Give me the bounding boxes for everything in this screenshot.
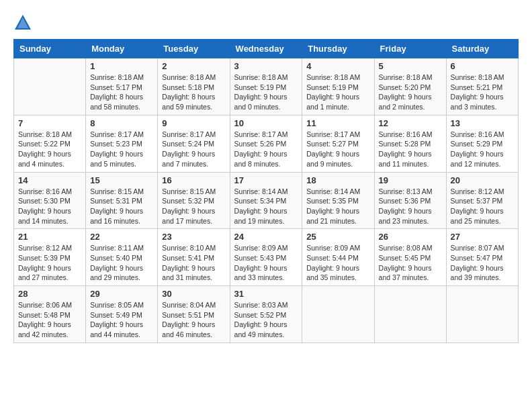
- weekday-header-friday: Friday: [374, 40, 446, 58]
- calendar-cell: 8Sunrise: 8:17 AM Sunset: 5:23 PM Daylig…: [86, 115, 158, 172]
- day-number: 26: [379, 232, 442, 242]
- day-number: 20: [451, 175, 514, 185]
- calendar-cell: 7Sunrise: 8:18 AM Sunset: 5:22 PM Daylig…: [14, 115, 86, 172]
- cell-content: Sunrise: 8:08 AM Sunset: 5:45 PM Dayligh…: [379, 243, 442, 283]
- day-number: 6: [451, 61, 514, 71]
- cell-content: Sunrise: 8:13 AM Sunset: 5:36 PM Dayligh…: [379, 187, 442, 226]
- cell-content: Sunrise: 8:17 AM Sunset: 5:27 PM Dayligh…: [306, 130, 369, 169]
- calendar-cell: 1Sunrise: 8:18 AM Sunset: 5:17 PM Daylig…: [86, 58, 158, 116]
- calendar-cell: 9Sunrise: 8:17 AM Sunset: 5:24 PM Daylig…: [158, 115, 230, 172]
- day-number: 14: [18, 175, 81, 185]
- calendar-cell: 22Sunrise: 8:11 AM Sunset: 5:40 PM Dayli…: [86, 229, 158, 286]
- calendar-cell: 13Sunrise: 8:16 AM Sunset: 5:29 PM Dayli…: [446, 115, 518, 172]
- calendar-cell: 10Sunrise: 8:17 AM Sunset: 5:26 PM Dayli…: [230, 115, 302, 172]
- logo-icon: [13, 13, 32, 32]
- cell-content: Sunrise: 8:03 AM Sunset: 5:52 PM Dayligh…: [234, 300, 298, 340]
- calendar-cell: 23Sunrise: 8:10 AM Sunset: 5:41 PM Dayli…: [158, 229, 230, 286]
- day-number: 11: [306, 118, 369, 128]
- weekday-header-monday: Monday: [86, 40, 158, 58]
- calendar-cell: 20Sunrise: 8:12 AM Sunset: 5:37 PM Dayli…: [446, 172, 518, 229]
- cell-content: Sunrise: 8:18 AM Sunset: 5:22 PM Dayligh…: [18, 130, 81, 169]
- cell-content: Sunrise: 8:16 AM Sunset: 5:29 PM Dayligh…: [451, 130, 514, 169]
- day-number: 4: [306, 61, 369, 71]
- day-number: 2: [162, 61, 225, 71]
- weekday-header-wednesday: Wednesday: [230, 40, 302, 58]
- day-number: 21: [18, 232, 81, 242]
- cell-content: Sunrise: 8:18 AM Sunset: 5:19 PM Dayligh…: [306, 73, 369, 112]
- calendar-cell: 21Sunrise: 8:12 AM Sunset: 5:39 PM Dayli…: [14, 229, 86, 286]
- cell-content: Sunrise: 8:06 AM Sunset: 5:48 PM Dayligh…: [18, 300, 81, 340]
- cell-content: Sunrise: 8:07 AM Sunset: 5:47 PM Dayligh…: [451, 243, 514, 283]
- day-number: 23: [162, 232, 225, 242]
- calendar-cell: 2Sunrise: 8:18 AM Sunset: 5:18 PM Daylig…: [158, 58, 230, 116]
- cell-content: Sunrise: 8:17 AM Sunset: 5:23 PM Dayligh…: [90, 130, 153, 169]
- calendar-cell: 29Sunrise: 8:05 AM Sunset: 5:49 PM Dayli…: [86, 286, 158, 343]
- cell-content: Sunrise: 8:16 AM Sunset: 5:28 PM Dayligh…: [379, 130, 442, 169]
- calendar-cell: [374, 286, 446, 343]
- cell-content: Sunrise: 8:09 AM Sunset: 5:43 PM Dayligh…: [234, 243, 298, 283]
- cell-content: Sunrise: 8:04 AM Sunset: 5:51 PM Dayligh…: [162, 300, 225, 340]
- calendar-cell: [302, 286, 374, 343]
- calendar-cell: 24Sunrise: 8:09 AM Sunset: 5:43 PM Dayli…: [230, 229, 302, 286]
- day-number: 28: [18, 289, 81, 299]
- calendar-cell: 11Sunrise: 8:17 AM Sunset: 5:27 PM Dayli…: [302, 115, 374, 172]
- cell-content: Sunrise: 8:18 AM Sunset: 5:20 PM Dayligh…: [379, 73, 442, 112]
- day-number: 12: [379, 118, 442, 128]
- weekday-header-thursday: Thursday: [302, 40, 374, 58]
- weekday-header-tuesday: Tuesday: [158, 40, 230, 58]
- cell-content: Sunrise: 8:15 AM Sunset: 5:31 PM Dayligh…: [90, 187, 153, 226]
- cell-content: Sunrise: 8:16 AM Sunset: 5:30 PM Dayligh…: [18, 187, 81, 226]
- calendar-cell: 3Sunrise: 8:18 AM Sunset: 5:19 PM Daylig…: [230, 58, 302, 116]
- calendar-cell: 19Sunrise: 8:13 AM Sunset: 5:36 PM Dayli…: [374, 172, 446, 229]
- day-number: 22: [90, 232, 153, 242]
- calendar-cell: [14, 58, 86, 116]
- cell-content: Sunrise: 8:10 AM Sunset: 5:41 PM Dayligh…: [162, 243, 225, 283]
- cell-content: Sunrise: 8:14 AM Sunset: 5:35 PM Dayligh…: [306, 187, 369, 226]
- day-number: 31: [234, 289, 298, 299]
- cell-content: Sunrise: 8:17 AM Sunset: 5:24 PM Dayligh…: [162, 130, 225, 169]
- cell-content: Sunrise: 8:12 AM Sunset: 5:39 PM Dayligh…: [18, 243, 81, 283]
- calendar-cell: 12Sunrise: 8:16 AM Sunset: 5:28 PM Dayli…: [374, 115, 446, 172]
- calendar-cell: 31Sunrise: 8:03 AM Sunset: 5:52 PM Dayli…: [230, 286, 302, 343]
- cell-content: Sunrise: 8:18 AM Sunset: 5:19 PM Dayligh…: [234, 73, 298, 112]
- day-number: 8: [90, 118, 153, 128]
- cell-content: Sunrise: 8:05 AM Sunset: 5:49 PM Dayligh…: [90, 300, 153, 340]
- day-number: 1: [90, 61, 153, 71]
- weekday-header-saturday: Saturday: [446, 40, 518, 58]
- calendar-cell: 27Sunrise: 8:07 AM Sunset: 5:47 PM Dayli…: [446, 229, 518, 286]
- calendar-cell: 26Sunrise: 8:08 AM Sunset: 5:45 PM Dayli…: [374, 229, 446, 286]
- weekday-header-sunday: Sunday: [14, 40, 86, 58]
- day-number: 5: [379, 61, 442, 71]
- day-number: 9: [162, 118, 225, 128]
- day-number: 18: [306, 175, 369, 185]
- calendar-cell: 18Sunrise: 8:14 AM Sunset: 5:35 PM Dayli…: [302, 172, 374, 229]
- cell-content: Sunrise: 8:18 AM Sunset: 5:17 PM Dayligh…: [90, 73, 153, 112]
- calendar-cell: 30Sunrise: 8:04 AM Sunset: 5:51 PM Dayli…: [158, 286, 230, 343]
- calendar-cell: 4Sunrise: 8:18 AM Sunset: 5:19 PM Daylig…: [302, 58, 374, 116]
- calendar-cell: 16Sunrise: 8:15 AM Sunset: 5:32 PM Dayli…: [158, 172, 230, 229]
- cell-content: Sunrise: 8:14 AM Sunset: 5:34 PM Dayligh…: [234, 187, 298, 226]
- day-number: 27: [451, 232, 514, 242]
- logo: [13, 13, 35, 32]
- day-number: 10: [234, 118, 298, 128]
- calendar-cell: 15Sunrise: 8:15 AM Sunset: 5:31 PM Dayli…: [86, 172, 158, 229]
- day-number: 25: [306, 232, 369, 242]
- calendar-table: SundayMondayTuesdayWednesdayThursdayFrid…: [13, 39, 519, 343]
- day-number: 29: [90, 289, 153, 299]
- day-number: 16: [162, 175, 225, 185]
- calendar-cell: 5Sunrise: 8:18 AM Sunset: 5:20 PM Daylig…: [374, 58, 446, 116]
- day-number: 17: [234, 175, 298, 185]
- cell-content: Sunrise: 8:17 AM Sunset: 5:26 PM Dayligh…: [234, 130, 298, 169]
- day-number: 7: [18, 118, 81, 128]
- day-number: 19: [379, 175, 442, 185]
- cell-content: Sunrise: 8:12 AM Sunset: 5:37 PM Dayligh…: [451, 187, 514, 226]
- calendar-cell: [446, 286, 518, 343]
- calendar-cell: 28Sunrise: 8:06 AM Sunset: 5:48 PM Dayli…: [14, 286, 86, 343]
- cell-content: Sunrise: 8:11 AM Sunset: 5:40 PM Dayligh…: [90, 243, 153, 283]
- calendar-cell: 14Sunrise: 8:16 AM Sunset: 5:30 PM Dayli…: [14, 172, 86, 229]
- day-number: 24: [234, 232, 298, 242]
- calendar-cell: 25Sunrise: 8:09 AM Sunset: 5:44 PM Dayli…: [302, 229, 374, 286]
- cell-content: Sunrise: 8:18 AM Sunset: 5:21 PM Dayligh…: [451, 73, 514, 112]
- page-header: [13, 13, 519, 32]
- day-number: 30: [162, 289, 225, 299]
